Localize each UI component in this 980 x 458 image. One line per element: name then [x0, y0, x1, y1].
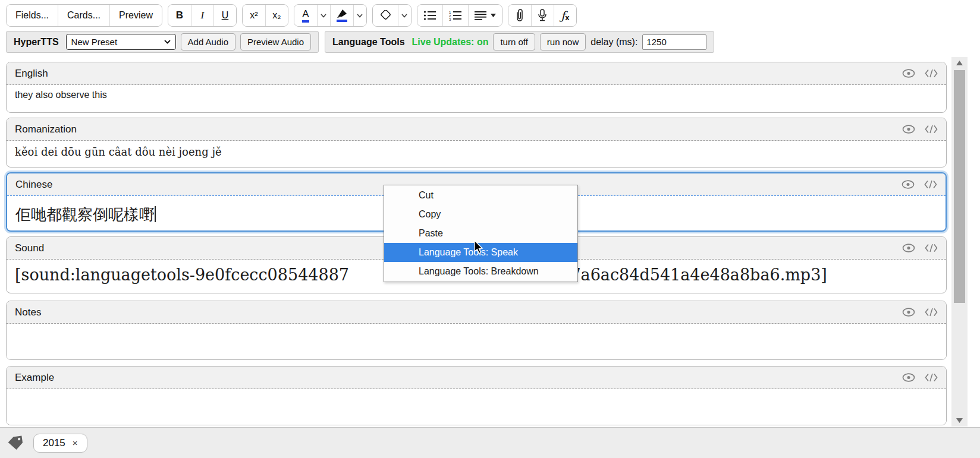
preview-audio-button[interactable]: Preview Audio	[240, 33, 311, 50]
color-group: A	[294, 4, 367, 27]
menu-item-copy[interactable]: Copy	[384, 205, 577, 224]
fields-button[interactable]: Fields...	[7, 5, 58, 26]
html-editor-icon[interactable]	[925, 373, 938, 382]
field-header[interactable]: English	[7, 62, 946, 85]
field-content[interactable]	[7, 389, 946, 425]
alignment-button[interactable]	[468, 5, 502, 26]
media-group: ƒx	[508, 4, 577, 27]
field-name-label: Notes	[15, 307, 41, 318]
run-now-button[interactable]: run now	[540, 33, 586, 50]
superscript-button[interactable]: x²	[243, 5, 265, 26]
list-group: 1 2 3	[417, 4, 502, 27]
field-english: English they also observe this	[6, 62, 947, 113]
field-name-label: Chinese	[15, 179, 52, 191]
unordered-list-icon	[423, 10, 436, 21]
note-editor-window: Fields... Cards... Preview B I U x² x₂ A	[0, 0, 980, 458]
scroll-up-arrow-icon[interactable]	[951, 58, 968, 68]
text-color-icon: A	[302, 9, 309, 23]
field-example: Example	[6, 366, 947, 425]
add-audio-button[interactable]: Add Audio	[181, 33, 235, 50]
editor-toolbar: Fields... Cards... Preview B I U x² x₂ A	[6, 4, 577, 27]
tag-pill-2015[interactable]: 2015 ×	[33, 434, 87, 453]
preset-selected-value: New Preset	[71, 37, 118, 47]
delay-label: delay (ms):	[590, 37, 637, 48]
field-romanization: Romanization kěoi dei dōu gūn câat dôu n…	[6, 118, 947, 168]
text-style-group: B I U	[168, 4, 237, 27]
field-name-label: Romanization	[15, 124, 77, 135]
html-editor-icon[interactable]	[925, 244, 938, 252]
eraser-group	[372, 4, 412, 27]
preview-button[interactable]: Preview	[109, 5, 162, 26]
language-tools-label: Language Tools	[332, 37, 407, 48]
addon-toolbar: HyperTTS New Preset Add Audio Preview Au…	[6, 31, 714, 53]
tag-remove-icon[interactable]: ×	[73, 438, 78, 448]
preset-select[interactable]: New Preset	[66, 34, 176, 50]
underline-button[interactable]: U	[213, 5, 236, 26]
hypertts-label: HyperTTS	[14, 37, 61, 48]
language-tools-box: Language Tools Live Updates: on turn off…	[325, 31, 714, 53]
html-editor-icon[interactable]	[925, 125, 938, 134]
field-notes: Notes	[6, 301, 947, 360]
field-content[interactable]: they also observe this	[7, 85, 946, 105]
highlight-color-dropdown[interactable]	[353, 5, 366, 26]
ordered-list-button[interactable]: 1 2 3	[442, 5, 468, 26]
microphone-icon	[538, 9, 547, 22]
chevron-down-icon	[164, 40, 171, 44]
svg-text:3: 3	[449, 18, 451, 21]
record-audio-button[interactable]	[531, 5, 554, 26]
eraser-icon	[379, 10, 392, 21]
turn-off-button[interactable]: turn off	[493, 33, 535, 50]
tag-label: 2015	[43, 437, 65, 449]
field-content[interactable]: kěoi dei dōu gūn câat dôu nèi joeng jě	[7, 141, 946, 163]
text-color-dropdown[interactable]	[317, 5, 330, 26]
chevron-down-icon	[357, 14, 363, 18]
html-editor-icon[interactable]	[925, 308, 938, 317]
math-equation-button[interactable]: ƒx	[554, 5, 576, 26]
subscript-button[interactable]: x₂	[265, 5, 288, 26]
menu-item-language-tools-breakdown[interactable]: Language Tools: Breakdown	[384, 262, 577, 281]
sound-tag-left: [sound:languagetools-9e0fcecc08544887	[15, 266, 349, 284]
remove-formatting-button[interactable]	[373, 5, 398, 26]
field-header[interactable]: Romanization	[7, 118, 946, 141]
cards-button[interactable]: Cards...	[58, 5, 109, 26]
chevron-down-icon	[401, 14, 407, 18]
toggle-visibility-icon[interactable]	[902, 373, 915, 382]
chevron-down-icon	[321, 14, 326, 18]
field-content[interactable]	[7, 324, 946, 359]
note-buttons-group: Fields... Cards... Preview	[6, 4, 162, 27]
unordered-list-button[interactable]	[417, 5, 442, 26]
attach-button[interactable]	[508, 5, 531, 26]
delay-input[interactable]	[642, 34, 706, 50]
scroll-down-arrow-icon[interactable]	[951, 416, 968, 425]
field-name-label: Sound	[15, 242, 44, 254]
toggle-visibility-icon[interactable]	[902, 308, 915, 317]
bold-button[interactable]: B	[168, 5, 191, 26]
highlight-color-button[interactable]	[330, 5, 353, 26]
vertical-scrollbar[interactable]	[951, 57, 968, 427]
html-editor-icon[interactable]	[925, 69, 938, 78]
mouse-cursor-icon	[473, 240, 485, 255]
toggle-visibility-icon[interactable]	[902, 125, 915, 134]
tag-icon	[7, 435, 24, 451]
field-header[interactable]: Notes	[7, 301, 946, 324]
toggle-visibility-icon[interactable]	[902, 244, 915, 252]
paperclip-icon	[515, 9, 524, 22]
chinese-text: 佢哋都觀察倒呢樣嘢	[15, 206, 155, 223]
text-caret	[155, 206, 156, 222]
toggle-visibility-icon[interactable]	[902, 69, 915, 78]
field-name-label: Example	[15, 372, 54, 384]
function-icon: ƒ	[561, 9, 565, 22]
toggle-visibility-icon[interactable]	[902, 180, 915, 189]
field-header[interactable]: Example	[7, 367, 946, 389]
field-name-label: English	[15, 68, 48, 80]
remove-formatting-dropdown[interactable]	[398, 5, 411, 26]
text-color-button[interactable]: A	[294, 5, 317, 26]
menu-item-cut[interactable]: Cut	[384, 186, 577, 205]
highlighter-icon	[337, 9, 347, 18]
dropdown-triangle-icon	[491, 14, 496, 17]
html-editor-icon[interactable]	[924, 180, 937, 189]
script-group: x² x₂	[242, 4, 288, 27]
scrollbar-thumb[interactable]	[954, 70, 965, 303]
context-menu: Cut Copy Paste Language Tools: Speak Lan…	[384, 185, 578, 282]
italic-button[interactable]: I	[191, 5, 213, 26]
